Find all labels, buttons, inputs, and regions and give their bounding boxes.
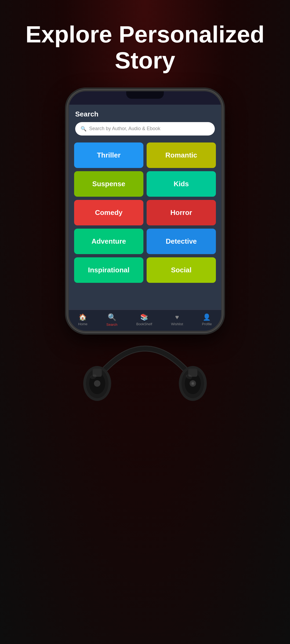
genre-label-horror: Horror (171, 208, 192, 217)
phone-mockup: Search 🔍 Search by Author, Audio & Ebook… (67, 90, 223, 424)
genre-grid: Thriller Romantic Suspense Kids Comedy (69, 142, 221, 288)
screen-content: Search 🔍 Search by Author, Audio & Ebook… (69, 105, 221, 310)
genre-button-adventure[interactable]: Adventure (74, 229, 143, 254)
genre-label-social: Social (171, 266, 192, 274)
notch-bar (69, 91, 221, 105)
screen-header: Search 🔍 Search by Author, Audio & Ebook (69, 105, 221, 142)
genre-label-kids: Kids (174, 180, 189, 188)
genre-button-detective[interactable]: Detective (147, 229, 216, 254)
genre-button-social[interactable]: Social (147, 257, 216, 283)
svg-point-3 (94, 380, 100, 387)
genre-label-adventure: Adventure (92, 237, 126, 246)
search-placeholder-text: Search by Author, Audio & Ebook (89, 126, 160, 131)
phone-screen: Search 🔍 Search by Author, Audio & Ebook… (69, 91, 221, 331)
notch (126, 91, 164, 99)
genre-button-thriller[interactable]: Thriller (74, 142, 143, 168)
genre-label-thriller: Thriller (97, 151, 121, 159)
genre-label-suspense: Suspense (92, 180, 125, 188)
genre-button-suspense[interactable]: Suspense (74, 171, 143, 197)
genre-label-detective: Detective (166, 237, 197, 246)
genre-button-kids[interactable]: Kids (147, 171, 216, 197)
search-icon: 🔍 (81, 126, 86, 132)
headline-line2: Story (115, 47, 175, 74)
headline-line1: Explore Personalized (26, 21, 264, 47)
bottom-spacer (69, 288, 221, 310)
search-bar[interactable]: 🔍 Search by Author, Audio & Ebook (75, 122, 215, 136)
genre-label-romantic: Romantic (165, 151, 197, 159)
phone-frame: Search 🔍 Search by Author, Audio & Ebook… (67, 90, 223, 332)
genre-button-horror[interactable]: Horror (147, 200, 216, 225)
screen-title: Search (75, 110, 215, 118)
genre-label-inspirational: Inspirational (88, 266, 130, 274)
headline: Explore Personalized Story (0, 0, 290, 84)
headphones-decoration (67, 316, 223, 424)
genre-label-comedy: Comedy (95, 208, 123, 217)
genre-button-inspirational[interactable]: Inspirational (74, 257, 143, 283)
genre-button-romantic[interactable]: Romantic (147, 142, 216, 168)
genre-button-comedy[interactable]: Comedy (74, 200, 143, 225)
svg-point-13 (192, 383, 194, 384)
